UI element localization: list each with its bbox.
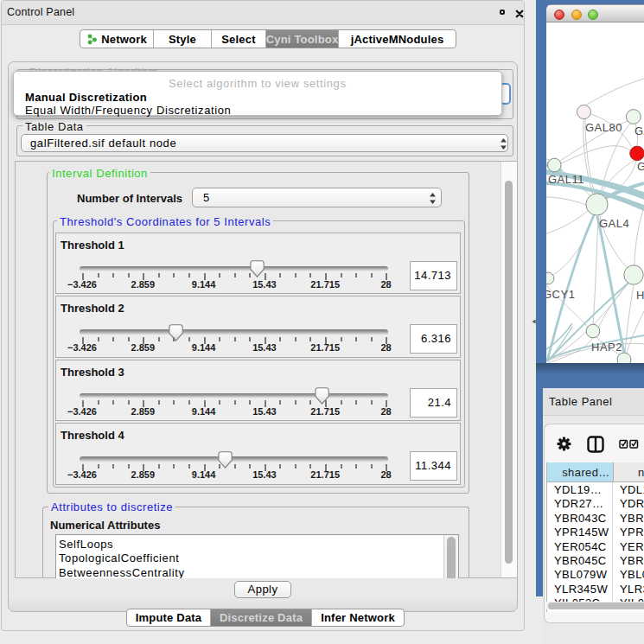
svg-text:HAP2: HAP2 bbox=[591, 341, 622, 354]
svg-text:G: G bbox=[637, 160, 644, 173]
svg-text:H: H bbox=[636, 289, 644, 302]
svg-text:GAL11: GAL11 bbox=[548, 173, 584, 186]
svg-text:GCY1: GCY1 bbox=[546, 288, 575, 301]
svg-text:GA: GA bbox=[634, 124, 644, 137]
svg-text:GAL4: GAL4 bbox=[599, 217, 629, 230]
svg-text:GAL80: GAL80 bbox=[585, 121, 622, 134]
